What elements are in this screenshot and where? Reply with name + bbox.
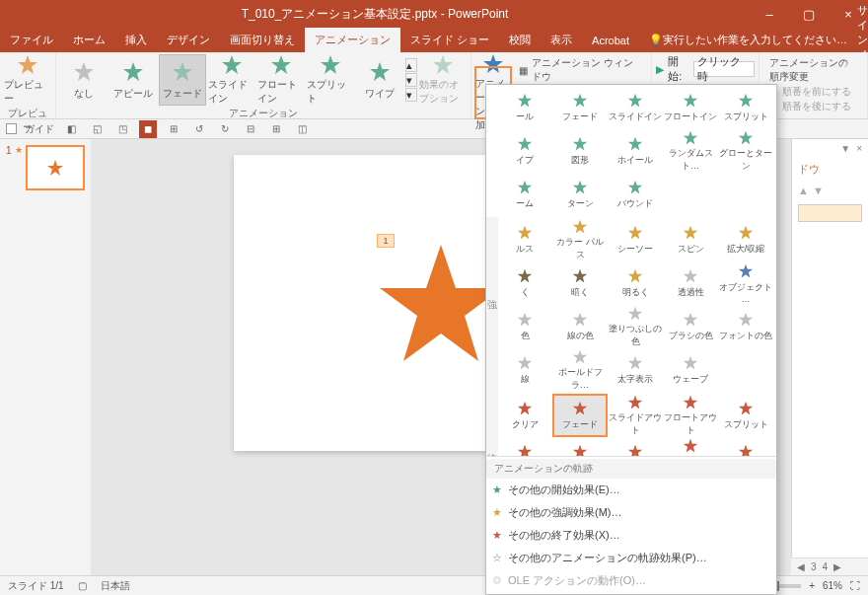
tab-slideshow[interactable]: スライド ショー xyxy=(400,28,499,52)
gallery-item[interactable]: グローとターン xyxy=(719,130,772,172)
gallery-item[interactable]: シーソー xyxy=(609,219,662,260)
gallery-item[interactable]: 色 xyxy=(498,306,551,347)
gallery-item[interactable]: フェード xyxy=(553,87,607,128)
effect-wipe[interactable]: ワイプ xyxy=(356,54,403,106)
tool-btn-8[interactable]: ⊟ xyxy=(242,120,259,138)
gallery-item[interactable]: ランダムスト… xyxy=(664,130,717,172)
tool-btn-9[interactable]: ⊞ xyxy=(267,120,285,138)
page-4[interactable]: 4 xyxy=(823,561,829,572)
tab-animations[interactable]: アニメーション xyxy=(305,28,400,52)
gallery-item[interactable]: 明るく xyxy=(609,262,662,304)
gallery-item[interactable]: ーム xyxy=(498,174,551,215)
move-later[interactable]: ▼ 順番を後にする xyxy=(769,100,857,113)
gallery-item[interactable]: 暗く xyxy=(553,262,607,304)
tool-btn-7[interactable]: ↻ xyxy=(216,120,234,138)
effect-fade[interactable]: フェード xyxy=(159,54,206,106)
gallery-item[interactable]: 太字表示 xyxy=(609,349,662,391)
more-emphasis[interactable]: ★その他の強調効果(M)… xyxy=(486,501,776,524)
gallery-item[interactable]: 透過性 xyxy=(664,262,717,304)
gallery-item[interactable]: ワイプ xyxy=(498,438,551,456)
tool-btn-10[interactable]: ◫ xyxy=(293,120,311,138)
gallery-item[interactable]: ホイール xyxy=(609,438,662,456)
tab-transitions[interactable]: 画面切り替え xyxy=(220,28,305,52)
minimize-button[interactable]: – xyxy=(750,0,789,28)
animation-order-tag[interactable]: 1 xyxy=(377,234,395,248)
effect-options-button[interactable]: 効果のオプション xyxy=(419,54,467,106)
page-prev-icon[interactable]: ◀ xyxy=(797,561,805,572)
more-exit[interactable]: ★その他の終了効果(X)… xyxy=(486,524,776,547)
gallery-item[interactable]: フォントの色 xyxy=(719,306,772,347)
gallery-item[interactable]: スライドアウト xyxy=(609,395,662,436)
pane-dropdown-icon[interactable]: ▼ xyxy=(840,143,850,154)
tool-btn-1[interactable]: ◧ xyxy=(62,120,80,138)
gallery-item[interactable]: く xyxy=(498,262,551,304)
pane-up-icon[interactable]: ▲ xyxy=(798,185,809,196)
tell-me[interactable]: 💡 実行したい作業を入力してください… xyxy=(639,28,857,52)
effect-none[interactable]: なし xyxy=(60,54,108,106)
tool-btn-4[interactable]: ◼ xyxy=(139,120,157,138)
tab-file[interactable]: ファイル xyxy=(0,28,63,52)
gallery-item[interactable]: 線の色 xyxy=(553,306,607,347)
zoom-in[interactable]: + xyxy=(809,580,815,591)
page-3[interactable]: 3 xyxy=(811,561,817,572)
tab-design[interactable]: デザイン xyxy=(157,28,220,52)
effect-split[interactable]: スプリット xyxy=(307,54,354,106)
gallery-item[interactable]: 図形 xyxy=(553,438,607,456)
tool-btn-2[interactable]: ◱ xyxy=(88,120,106,138)
gallery-item[interactable]: ランダムスト… xyxy=(664,438,717,456)
more-motion[interactable]: ☆その他のアニメーションの軌跡効果(P)… xyxy=(486,547,776,569)
gallery-item[interactable]: ブラシの色 xyxy=(664,306,717,347)
tab-view[interactable]: 表示 xyxy=(541,28,582,52)
effect-appear[interactable]: アピール xyxy=(109,54,157,106)
gallery-item[interactable]: ルス xyxy=(498,219,551,260)
slide-thumbnail[interactable]: 1 ★ xyxy=(6,145,85,190)
gallery-item[interactable]: 図形 xyxy=(553,130,607,172)
gallery-item[interactable]: ターン xyxy=(553,174,607,215)
gallery-item[interactable]: スピン xyxy=(664,219,717,260)
start-dropdown[interactable]: クリック時 xyxy=(693,61,755,77)
preview-button[interactable]: プレビュー xyxy=(4,54,51,106)
zoom-value[interactable]: 61% xyxy=(823,580,842,591)
language[interactable]: 日本語 xyxy=(101,579,130,593)
pane-item-selected[interactable] xyxy=(798,204,862,222)
gallery-item[interactable]: イプ xyxy=(498,130,551,172)
gallery-item[interactable]: オブジェクト … xyxy=(719,262,772,304)
pane-close-icon[interactable]: × xyxy=(856,143,862,154)
gallery-item[interactable]: スライドイン xyxy=(609,87,662,128)
tab-home[interactable]: ホーム xyxy=(63,28,115,52)
gallery-item[interactable]: フロートアウト xyxy=(664,395,717,436)
tab-acrobat[interactable]: Acrobat xyxy=(582,28,639,52)
gallery-item[interactable]: 拡大/収縮 xyxy=(719,219,772,260)
tool-btn-3[interactable]: ◳ xyxy=(113,120,131,138)
more-entrance[interactable]: ★その他の開始効果(E)… xyxy=(486,479,776,501)
maximize-button[interactable]: ▢ xyxy=(789,0,829,28)
gallery-down[interactable]: ▾ xyxy=(405,73,417,87)
gallery-more[interactable]: ▾ xyxy=(405,88,417,102)
fit-icon[interactable]: ⛶ xyxy=(850,580,860,591)
gallery-item[interactable]: カラー パルス xyxy=(553,219,607,260)
gallery-item[interactable]: 塗りつぶしの色 xyxy=(609,306,662,347)
gallery-item[interactable]: フロートイン xyxy=(664,87,717,128)
move-earlier[interactable]: ▲ 順番を前にする xyxy=(769,85,857,99)
gallery-up[interactable]: ▴ xyxy=(405,58,417,72)
tool-btn-6[interactable]: ↺ xyxy=(190,120,208,138)
gallery-item[interactable]: ウェーブ xyxy=(664,349,717,391)
gallery-item[interactable]: フェード xyxy=(553,395,607,436)
gallery-item[interactable]: クリア xyxy=(498,395,551,436)
page-next-icon[interactable]: ▶ xyxy=(833,561,841,572)
gallery-item[interactable]: スプリット xyxy=(719,87,772,128)
gallery-item[interactable]: ボールドフラ… xyxy=(553,349,607,391)
animation-pane-button[interactable]: ▦ アニメーション ウィンドウ xyxy=(519,56,642,84)
gallery-item[interactable]: バウンド xyxy=(609,174,662,215)
spellcheck-icon[interactable]: ▢ xyxy=(78,580,87,591)
tab-insert[interactable]: 挿入 xyxy=(115,28,157,52)
effect-slidein[interactable]: スライドイン xyxy=(208,54,255,106)
gallery-item[interactable]: ホイール xyxy=(609,130,662,172)
gallery-item[interactable]: 縮小および… xyxy=(719,438,772,456)
effect-floatin[interactable]: フロートイン xyxy=(257,54,305,106)
gallery-item[interactable]: ール xyxy=(498,87,551,128)
gallery-item[interactable]: 線 xyxy=(498,349,551,391)
tool-btn-5[interactable]: ⊞ xyxy=(165,120,182,138)
gallery-item[interactable]: スプリット xyxy=(719,395,772,436)
pane-down-icon[interactable]: ▼ xyxy=(813,185,824,196)
